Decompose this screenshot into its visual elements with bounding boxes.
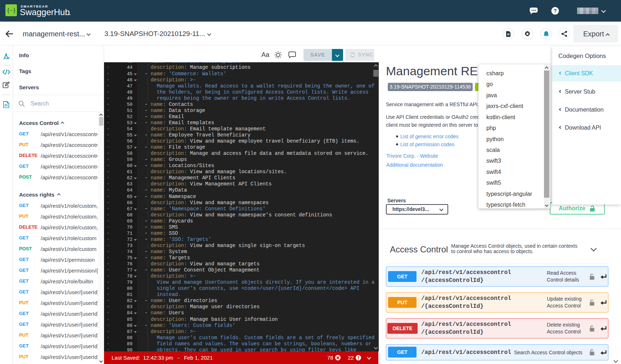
svg-text:?: ? <box>554 8 557 14</box>
